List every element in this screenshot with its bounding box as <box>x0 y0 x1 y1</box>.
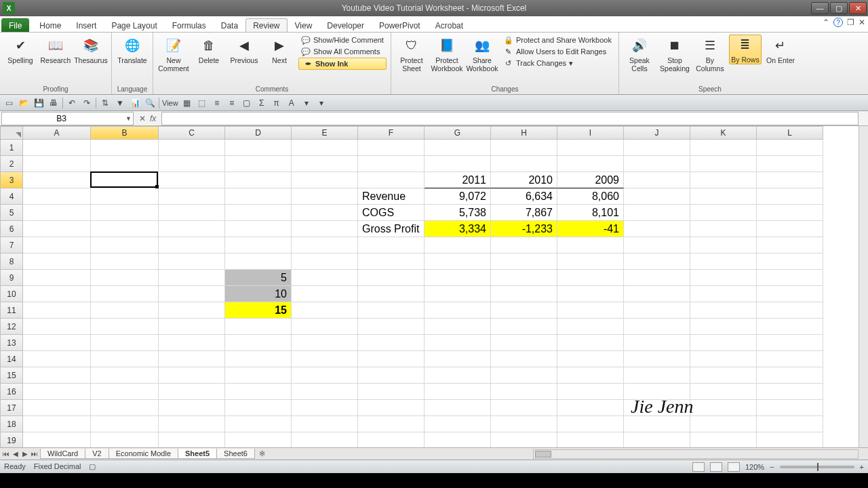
sheet-tab-wildcard[interactable]: WildCard <box>40 449 85 459</box>
col-header-B[interactable]: B <box>91 126 159 140</box>
sheet-nav-last-icon[interactable]: ⏭ <box>30 450 39 458</box>
protect-share-workbook-button[interactable]: 🔒Protect and Share Workbook <box>501 35 614 45</box>
qat-sort-icon[interactable]: ⇅ <box>99 97 111 109</box>
tab-insert[interactable]: Insert <box>68 18 104 32</box>
tab-developer[interactable]: Developer <box>319 18 372 32</box>
track-changes-button[interactable]: ↺Track Changes ▾ <box>501 58 614 68</box>
qat-open-icon[interactable]: 📂 <box>18 97 30 109</box>
delete-comment-button[interactable]: 🗑Delete <box>193 35 225 66</box>
row-header-12[interactable]: 12 <box>0 319 23 335</box>
row-header-3[interactable]: 3 <box>0 172 23 188</box>
cell-H4[interactable]: 6,634 <box>491 188 557 205</box>
minimize-ribbon-icon[interactable]: ⌃ <box>823 18 829 27</box>
row-header-14[interactable]: 14 <box>0 351 23 367</box>
cell-D11[interactable]: 15 <box>225 302 292 319</box>
cell-H6[interactable]: -1,233 <box>491 221 557 237</box>
new-sheet-button[interactable]: ✻ <box>255 449 269 459</box>
row-header-2[interactable]: 2 <box>0 156 23 172</box>
cell-I6[interactable]: -41 <box>557 221 624 237</box>
qat-align-left-icon[interactable]: ≡ <box>211 97 223 109</box>
cancel-formula-icon[interactable]: ✕ <box>139 114 146 123</box>
tab-home[interactable]: Home <box>32 18 68 32</box>
col-header-D[interactable]: D <box>225 126 292 140</box>
row-header-15[interactable]: 15 <box>0 367 23 384</box>
col-header-G[interactable]: G <box>425 126 491 140</box>
qat-chart-icon[interactable]: 📊 <box>129 97 141 109</box>
cell-I5[interactable]: 8,101 <box>557 205 624 221</box>
tab-acrobat[interactable]: Acrobat <box>428 18 471 32</box>
formula-input[interactable] <box>161 112 859 125</box>
vertical-scrollbar[interactable] <box>859 126 868 447</box>
thesaurus-button[interactable]: 📚Thesaurus <box>75 35 107 66</box>
show-ink-button[interactable]: ✒Show Ink <box>298 58 387 70</box>
col-header-F[interactable]: F <box>358 126 425 140</box>
row-header-7[interactable]: 7 <box>0 237 23 253</box>
qat-undo-icon[interactable]: ↶ <box>66 97 78 109</box>
qat-pi-icon[interactable]: π <box>271 97 283 109</box>
on-enter-button[interactable]: ↵On Enter <box>764 35 797 66</box>
row-header-9[interactable]: 9 <box>0 270 23 286</box>
qat-borders-icon[interactable]: ▢ <box>241 97 253 109</box>
view-pagebreak-button[interactable] <box>728 462 740 472</box>
col-header-J[interactable]: J <box>624 126 690 140</box>
share-workbook-button[interactable]: 👥Share Workbook <box>466 35 498 74</box>
translate-button[interactable]: 🌐Translate <box>116 35 149 66</box>
row-header-11[interactable]: 11 <box>0 302 23 319</box>
help-icon[interactable]: ? <box>833 18 843 27</box>
stop-speaking-button[interactable]: ⏹Stop Speaking <box>658 35 691 74</box>
qat-zoom-icon[interactable]: 🔍 <box>144 97 156 109</box>
fx-icon[interactable]: fx <box>150 114 156 123</box>
cell-D9[interactable]: 5 <box>225 270 292 286</box>
qat-redo-icon[interactable]: ↷ <box>81 97 93 109</box>
row-header-13[interactable]: 13 <box>0 335 23 351</box>
col-header-C[interactable]: C <box>159 126 225 140</box>
row-header-6[interactable]: 6 <box>0 221 23 237</box>
minimize-button[interactable]: — <box>811 2 829 14</box>
sheet-nav-prev-icon[interactable]: ◀ <box>11 450 20 458</box>
row-header-1[interactable]: 1 <box>0 140 23 156</box>
row-header-17[interactable]: 17 <box>0 400 23 416</box>
show-hide-comment-button[interactable]: 💬Show/Hide Comment <box>298 35 387 45</box>
horizontal-scrollbar[interactable] <box>533 449 859 459</box>
qat-filter-icon[interactable]: ▼ <box>114 97 126 109</box>
row-header-8[interactable]: 8 <box>0 253 23 270</box>
sheet-tab-sheet5[interactable]: Sheet5 <box>178 449 217 459</box>
protect-sheet-button[interactable]: 🛡Protect Sheet <box>395 35 428 74</box>
qat-align-center-icon[interactable]: ≡ <box>226 97 238 109</box>
tab-page-layout[interactable]: Page Layout <box>104 18 164 32</box>
col-header-I[interactable]: I <box>557 126 624 140</box>
row-header-5[interactable]: 5 <box>0 205 23 221</box>
spelling-button[interactable]: ✔Spelling <box>4 35 37 66</box>
col-header-L[interactable]: L <box>757 126 823 140</box>
tab-formulas[interactable]: Formulas <box>165 18 214 32</box>
window-restore-icon[interactable]: ❐ <box>847 18 854 27</box>
view-normal-button[interactable] <box>692 462 705 472</box>
cell-D10[interactable]: 10 <box>225 286 292 302</box>
col-header-A[interactable]: A <box>23 126 91 140</box>
col-header-H[interactable]: H <box>491 126 557 140</box>
qat-save-icon[interactable]: 💾 <box>33 97 45 109</box>
cell-I3[interactable]: 2009 <box>557 172 624 188</box>
qat-fill-icon[interactable]: ▾ <box>300 97 313 109</box>
view-layout-button[interactable] <box>710 462 722 472</box>
qat-merge-icon[interactable]: ⬚ <box>196 97 208 109</box>
research-button[interactable]: 📖Research <box>39 35 72 66</box>
col-header-E[interactable]: E <box>292 126 358 140</box>
cell-H5[interactable]: 7,867 <box>491 205 557 221</box>
cells-area[interactable]: 201120102009Revenue9,0726,6348,060COGS5,… <box>23 140 859 447</box>
cell-I4[interactable]: 8,060 <box>557 188 624 205</box>
cell-F5[interactable]: COGS <box>358 205 425 221</box>
allow-edit-ranges-button[interactable]: ✎Allow Users to Edit Ranges <box>501 46 614 57</box>
cell-F4[interactable]: Revenue <box>358 188 425 205</box>
maximize-button[interactable]: ▢ <box>830 2 848 14</box>
zoom-in-button[interactable]: + <box>860 463 864 471</box>
sheet-nav-first-icon[interactable]: ⏮ <box>1 450 11 458</box>
show-all-comments-button[interactable]: 💬Show All Comments <box>298 46 387 57</box>
qat-font-icon[interactable]: A <box>285 97 298 109</box>
qat-gridlines-icon[interactable]: ▦ <box>181 97 193 109</box>
sheet-nav-next-icon[interactable]: ▶ <box>20 450 30 458</box>
row-header-18[interactable]: 18 <box>0 416 23 432</box>
select-all-corner[interactable] <box>0 126 23 140</box>
col-header-K[interactable]: K <box>690 126 757 140</box>
sheet-tab-sheet6[interactable]: Sheet6 <box>216 449 255 459</box>
